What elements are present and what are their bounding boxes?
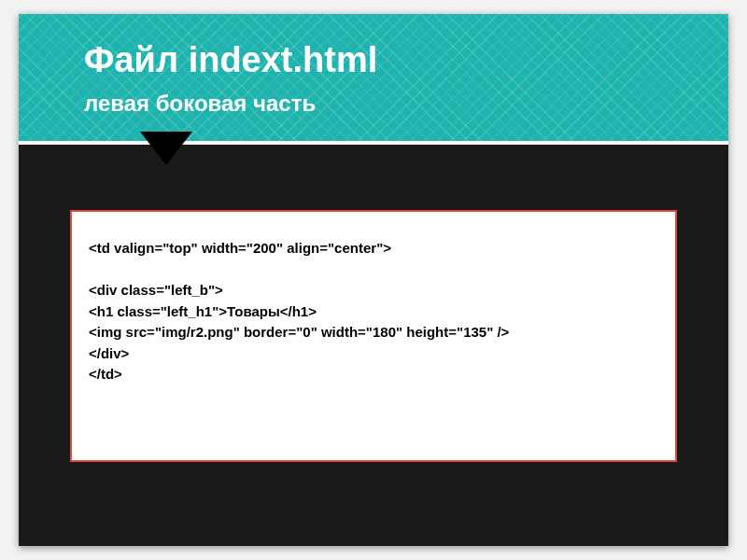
code-line: </td> <box>89 366 122 382</box>
code-line: </div> <box>89 345 129 361</box>
slide-stage: Файл indext.html левая боковая часть <td… <box>0 0 747 560</box>
code-snippet-box: <td valign="top" width="200" align="cent… <box>70 210 677 462</box>
callout-arrow-icon <box>140 132 192 165</box>
code-line: <div class="left_b"> <box>89 282 223 298</box>
code-line: <img src="img/r2.png" border="0" width="… <box>89 324 509 340</box>
code-line: <h1 class="left_h1">Товары</h1> <box>89 303 317 319</box>
code-line: <td valign="top" width="200" align="cent… <box>89 240 391 256</box>
slide-subtitle: левая боковая часть <box>84 91 316 117</box>
code-content: <td valign="top" width="200" align="cent… <box>89 238 658 385</box>
slide-title: Файл indext.html <box>84 40 377 80</box>
slide-header: Файл indext.html левая боковая часть <box>19 14 728 145</box>
presentation-slide: Файл indext.html левая боковая часть <td… <box>19 14 728 546</box>
